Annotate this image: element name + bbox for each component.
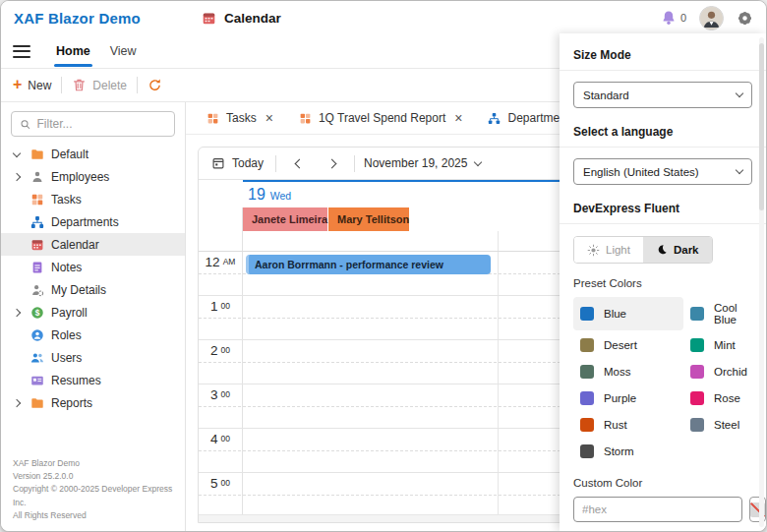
nav-tab-label: View bbox=[110, 44, 137, 58]
refresh-icon[interactable] bbox=[148, 78, 162, 92]
document-tab[interactable]: Tasks × bbox=[194, 102, 286, 134]
toolbar-separator bbox=[275, 155, 276, 172]
color-name: Steel bbox=[714, 419, 739, 431]
ribbon-nav: Home View bbox=[1, 34, 560, 69]
filter-input[interactable] bbox=[36, 117, 166, 131]
sidebar-item-label: Payroll bbox=[51, 306, 88, 320]
view-title: Calendar bbox=[202, 11, 281, 26]
new-button[interactable]: + New bbox=[13, 79, 51, 92]
sidebar-item-label: Tasks bbox=[51, 193, 82, 207]
sidebar-item[interactable]: Users bbox=[1, 346, 185, 369]
sidebar-item[interactable]: My Details bbox=[1, 278, 185, 301]
sidebar-item-label: Calendar bbox=[51, 238, 99, 252]
next-day-button[interactable] bbox=[320, 151, 345, 175]
hour-minutes: 00 bbox=[221, 478, 230, 516]
color-swatch bbox=[580, 365, 594, 379]
prev-day-button[interactable] bbox=[285, 151, 311, 175]
toolbar-separator bbox=[354, 155, 355, 172]
expand-chevron-icon[interactable] bbox=[13, 172, 21, 180]
sidebar-item[interactable]: Tasks bbox=[1, 188, 185, 210]
time-gutter-allday bbox=[199, 231, 243, 251]
color-name: Purple bbox=[604, 392, 636, 404]
sidebar-item[interactable]: Employees bbox=[1, 165, 185, 188]
expand-chevron-icon[interactable] bbox=[13, 308, 21, 316]
nav-tab[interactable]: View bbox=[100, 34, 147, 69]
resource-name: Janete Limeira bbox=[252, 213, 327, 225]
close-tab-icon[interactable]: × bbox=[266, 111, 273, 125]
color-swatch bbox=[690, 365, 704, 379]
settings-gear-icon[interactable] bbox=[737, 10, 753, 27]
preset-color-option[interactable]: Storm bbox=[573, 440, 683, 463]
language-select[interactable]: English (United States) bbox=[573, 158, 752, 185]
preset-color-option[interactable]: Desert bbox=[573, 333, 683, 357]
preset-color-option[interactable]: Steel bbox=[683, 413, 754, 437]
expand-chevron-icon[interactable] bbox=[13, 148, 21, 156]
today-calendar-icon bbox=[211, 156, 225, 170]
document-tab-label: 1Q Travel Spend Report bbox=[319, 111, 445, 125]
preset-color-option[interactable]: Cool Blue bbox=[683, 297, 754, 330]
resource-header[interactable]: Janete Limeira bbox=[243, 207, 328, 231]
sidebar-item-label: Default bbox=[51, 148, 88, 161]
light-mode-button[interactable]: Light bbox=[574, 237, 643, 263]
resource-header[interactable]: Mary Tellitson bbox=[328, 207, 410, 231]
notifications-button[interactable]: 0 bbox=[661, 10, 686, 26]
preset-color-option[interactable]: Blue bbox=[573, 297, 683, 330]
preset-color-option[interactable]: Moss bbox=[573, 360, 683, 384]
close-tab-icon[interactable]: × bbox=[454, 111, 462, 125]
document-tab-icon bbox=[299, 112, 312, 125]
document-tab-icon bbox=[488, 112, 501, 125]
sidebar-item-icon bbox=[30, 306, 44, 320]
panel-scrollbar-thumb[interactable] bbox=[759, 43, 764, 210]
app-header: XAF Blazor Demo Calendar 0 bbox=[1, 1, 766, 34]
sidebar-item[interactable]: Reports bbox=[1, 391, 185, 414]
today-button[interactable]: Today bbox=[208, 156, 266, 170]
delete-button[interactable]: Delete bbox=[72, 78, 127, 92]
preset-color-option[interactable]: Purple bbox=[573, 386, 683, 410]
sidebar-item[interactable]: Roles bbox=[1, 324, 185, 346]
dark-mode-button[interactable]: Dark bbox=[643, 237, 712, 263]
sidebar-item-icon bbox=[30, 238, 44, 252]
color-swatch bbox=[580, 391, 594, 405]
sidebar-item[interactable]: Default bbox=[1, 143, 185, 165]
nav-tab[interactable]: Home bbox=[46, 34, 100, 69]
sidebar-item[interactable]: Calendar bbox=[1, 233, 185, 256]
hex-color-input[interactable] bbox=[573, 497, 742, 522]
color-swatch bbox=[580, 418, 594, 432]
size-mode-select[interactable]: Standard bbox=[573, 82, 752, 108]
app-logo[interactable]: XAF Blazor Demo bbox=[14, 10, 141, 27]
sidebar-item-label: Notes bbox=[51, 261, 82, 274]
sidebar-item-icon bbox=[30, 396, 44, 410]
fluent-theme-heading: DevExpress Fluent bbox=[560, 191, 766, 224]
sidebar-item[interactable]: Payroll bbox=[1, 301, 185, 324]
sidebar-item[interactable]: Departments bbox=[1, 210, 185, 233]
preset-color-option[interactable]: Orchid bbox=[683, 360, 754, 384]
language-value: English (United States) bbox=[583, 166, 699, 178]
sidebar-item[interactable]: Resumes bbox=[1, 369, 185, 391]
expand-chevron-icon[interactable] bbox=[13, 398, 21, 406]
about-line: All Rights Reserved bbox=[13, 509, 185, 522]
appointment[interactable]: Aaron Borrmann - performance review bbox=[246, 255, 491, 274]
nav-tab-label: Home bbox=[56, 44, 90, 58]
preset-color-option[interactable]: Mint bbox=[683, 333, 754, 357]
hour-minutes: 00 bbox=[221, 389, 230, 428]
moon-icon bbox=[656, 244, 668, 256]
allday-cell[interactable] bbox=[243, 231, 499, 251]
preset-color-option[interactable]: Rose bbox=[683, 386, 754, 410]
sidebar-item-label: Roles bbox=[51, 328, 82, 342]
document-tab[interactable]: 1Q Travel Spend Report × bbox=[286, 102, 476, 134]
color-name: Rust bbox=[604, 419, 627, 431]
chevron-down-icon bbox=[736, 166, 743, 174]
hour-minutes: 00 bbox=[221, 301, 230, 339]
hamburger-menu-icon[interactable] bbox=[13, 45, 30, 58]
sidebar-item[interactable]: Notes bbox=[1, 256, 185, 278]
color-swatch bbox=[580, 307, 594, 321]
color-swatch bbox=[690, 391, 704, 405]
date-selector[interactable]: November 19, 2025 bbox=[364, 156, 481, 170]
hour-number: 12 bbox=[206, 256, 220, 295]
avatar[interactable] bbox=[699, 6, 724, 30]
color-name: Mint bbox=[714, 339, 736, 351]
preset-color-option[interactable]: Rust bbox=[573, 413, 683, 437]
dark-mode-label: Dark bbox=[674, 244, 699, 256]
hour-minutes: AM bbox=[223, 257, 236, 295]
panel-scrollbar[interactable] bbox=[759, 37, 764, 527]
